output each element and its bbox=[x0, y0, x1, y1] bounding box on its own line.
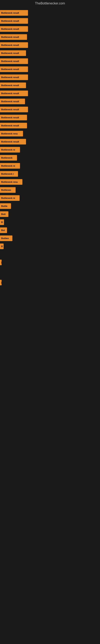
bar-row: Bott bbox=[0, 210, 100, 218]
bar-label: Bottleneck resu bbox=[1, 181, 18, 183]
bottleneck-bar: Bottleneck result bbox=[0, 66, 28, 72]
bar-row: Bottleneck result bbox=[0, 57, 100, 65]
bar-row: Bottleneck result bbox=[0, 33, 100, 41]
bottleneck-bar: Bottleneck r bbox=[0, 171, 18, 177]
bottleneck-bar: Bottle bbox=[0, 203, 11, 209]
bar-row bbox=[0, 274, 100, 278]
bar-label: Bottleneck re bbox=[1, 197, 15, 199]
bar-label: | bbox=[1, 261, 1, 264]
bar-row: Bottleneck result bbox=[0, 114, 100, 122]
bar-label: Bottleneck re bbox=[1, 148, 15, 151]
bar-label: B bbox=[1, 245, 3, 248]
bar-row: Bottleneck bbox=[0, 154, 100, 162]
bottleneck-bar: Bottleneck re bbox=[0, 195, 20, 201]
bar-label: Bottleneck result bbox=[1, 84, 19, 86]
bottleneck-bar: Bottleneck result bbox=[0, 26, 28, 32]
bar-label: Bottleneck result bbox=[1, 44, 19, 46]
bar-row: Bottleneck result bbox=[0, 25, 100, 33]
bar-label: B bbox=[1, 221, 3, 224]
bar-row: | bbox=[0, 258, 100, 266]
bar-row: Bottleneck result bbox=[0, 89, 100, 98]
bottleneck-bar: Bottleneck result bbox=[0, 42, 28, 48]
bottleneck-bar: Bottleneck result bbox=[0, 98, 25, 104]
bottleneck-bar: B bbox=[0, 244, 3, 249]
bar-row: Bottleneck re bbox=[0, 194, 100, 202]
bar-row: Bottleneck result bbox=[0, 49, 100, 57]
bottleneck-bar: Bottleneck result bbox=[0, 58, 28, 64]
bar-label: Bottleneck resu bbox=[1, 132, 18, 135]
bottleneck-bar: Bott bbox=[0, 211, 8, 217]
bottleneck-bar: B bbox=[0, 219, 4, 225]
bottleneck-bar: Bottleneck result bbox=[0, 90, 28, 96]
bottleneck-bar: Bottleneck re bbox=[0, 163, 20, 169]
bar-label: Bottleneck result bbox=[1, 28, 19, 30]
bar-label: Bottleneck result bbox=[1, 100, 19, 103]
bottleneck-bar: Bot bbox=[0, 228, 7, 233]
bar-row: B bbox=[0, 218, 100, 226]
bar-label: Bottleneck result bbox=[1, 124, 19, 127]
bar-row bbox=[0, 266, 100, 270]
bar-label: Bottleneck result bbox=[1, 108, 19, 111]
bar-row: Bottleneck resu bbox=[0, 130, 100, 138]
bottleneck-bar: Bottlen bbox=[0, 236, 12, 241]
bar-label: Bottlenec bbox=[1, 189, 11, 191]
bar-row: | bbox=[0, 278, 100, 286]
bar-label: Bottleneck result bbox=[1, 36, 19, 38]
bar-label: Bottleneck r bbox=[1, 173, 14, 175]
bars-container: Bottleneck resultBottleneck resultBottle… bbox=[0, 7, 100, 288]
bar-row: Bottleneck result bbox=[0, 122, 100, 130]
bar-label: Bottleneck result bbox=[1, 140, 19, 143]
bar-row bbox=[0, 254, 100, 258]
bottleneck-bar: Bottleneck resu bbox=[0, 179, 22, 185]
bottleneck-bar: Bottlenec bbox=[0, 187, 16, 193]
bar-label: | bbox=[1, 281, 1, 284]
bar-label: Bottleneck result bbox=[1, 116, 19, 119]
bar-label: Bottleneck result bbox=[1, 76, 19, 78]
bar-row: Bottleneck r bbox=[0, 170, 100, 178]
bar-label: Bott bbox=[1, 213, 6, 215]
bottleneck-bar: Bottleneck bbox=[0, 155, 17, 160]
bottleneck-bar: Bottleneck result bbox=[0, 82, 26, 88]
bar-row: Bottleneck result bbox=[0, 65, 100, 73]
bar-row: Bottleneck result bbox=[0, 81, 100, 89]
bar-label: Bottle bbox=[1, 205, 7, 207]
bar-row: Bottleneck re bbox=[0, 146, 100, 154]
bar-row: Bottleneck result bbox=[0, 73, 100, 81]
bottleneck-bar: Bottleneck result bbox=[0, 50, 26, 56]
bar-row bbox=[0, 270, 100, 274]
bar-row: Bottleneck result bbox=[0, 9, 100, 17]
bottleneck-bar: Bottleneck resu bbox=[0, 131, 23, 136]
bottleneck-bar: Bottleneck result bbox=[0, 115, 27, 120]
bottleneck-bar: Bottleneck result bbox=[0, 123, 27, 128]
bar-label: Bottleneck re bbox=[1, 164, 15, 167]
bar-label: Bottleneck result bbox=[1, 68, 19, 70]
bar-label: Bottleneck result bbox=[1, 52, 19, 54]
bar-label: Bottleneck result bbox=[1, 92, 19, 94]
bar-row: Bottleneck result bbox=[0, 41, 100, 49]
bar-row: Bottle bbox=[0, 202, 100, 210]
bar-row: Bottleneck result bbox=[0, 98, 100, 106]
bar-row: Bottlenec bbox=[0, 186, 100, 194]
bottleneck-bar: Bottleneck result bbox=[0, 34, 27, 40]
bar-label: Bottleneck result bbox=[1, 12, 19, 14]
bar-row: Bot bbox=[0, 226, 100, 234]
bar-label: Bot bbox=[1, 229, 5, 232]
bar-row: Bottleneck result bbox=[0, 138, 100, 146]
bar-row: B bbox=[0, 242, 100, 250]
bar-label: Bottleneck bbox=[1, 156, 12, 159]
bottleneck-bar: Bottleneck result bbox=[0, 74, 28, 80]
bottleneck-bar: Bottleneck result bbox=[0, 18, 28, 24]
bottleneck-bar: | bbox=[0, 280, 1, 285]
bottleneck-bar: Bottleneck result bbox=[0, 10, 28, 16]
bottleneck-bar: Bottleneck result bbox=[0, 107, 28, 112]
bar-row: Bottleneck resu bbox=[0, 178, 100, 186]
site-title: TheBottlenecker.com bbox=[0, 0, 100, 7]
bar-label: Bottleneck result bbox=[1, 60, 19, 62]
bar-label: Bottlen bbox=[1, 237, 9, 240]
bar-row: Bottleneck result bbox=[0, 106, 100, 114]
bottleneck-bar: | bbox=[0, 260, 1, 265]
bar-row bbox=[0, 250, 100, 254]
bottleneck-bar: Bottleneck result bbox=[0, 139, 26, 144]
bar-row: Bottleneck result bbox=[0, 17, 100, 25]
bar-row: Bottlen bbox=[0, 234, 100, 242]
